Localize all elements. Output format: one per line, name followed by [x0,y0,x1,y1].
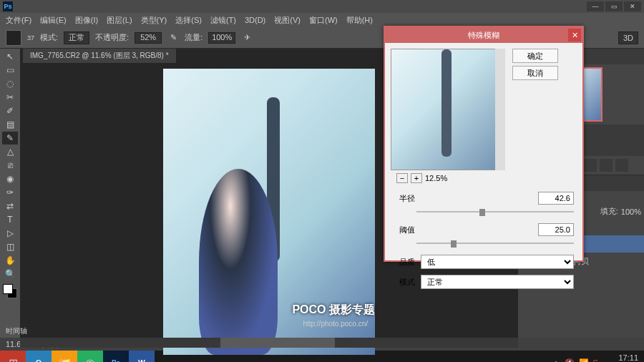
mode-label: 模式: [40,32,58,43]
eyedropper-tool[interactable]: ✐ [2,104,18,117]
pen-tool[interactable]: ✑ [2,186,18,199]
system-tray: ▲ 🔇 📶 S 17:11 2015-1-15 [552,353,644,362]
type-tool[interactable]: T [2,213,18,226]
opacity-label: 不透明度: [95,32,129,43]
flow-label: 流量: [185,32,203,43]
menu-edit[interactable]: 编辑(E) [37,14,69,27]
move-tool[interactable]: ↖ [2,50,18,63]
menu-3d[interactable]: 3D(D) [242,14,268,26]
taskbar-explorer[interactable]: 📁 [52,351,77,362]
dialog-mode-select[interactable]: 正常 [421,275,574,289]
ok-button[interactable]: 确定 [512,49,558,63]
radius-label: 半径 [394,193,415,204]
airbrush-icon[interactable]: ✈ [241,32,253,44]
crop-tool[interactable]: ✂ [2,91,18,104]
opacity-field[interactable]: 52% [135,32,162,44]
brush-tool[interactable]: ✎ [2,132,18,145]
titlebar: Ps — ▭ ✕ [0,0,644,13]
menu-filter[interactable]: 滤镜(T) [208,14,239,27]
tray-icon[interactable]: 🔇 [565,358,575,363]
menubar: 文件(F) 编辑(E) 图像(I) 图层(L) 类型(Y) 选择(S) 滤镜(T… [0,13,644,27]
adj-icon[interactable] [615,159,628,172]
hand-tool[interactable]: ✋ [2,254,18,267]
minimize-button[interactable]: — [587,1,604,11]
mode-select[interactable]: 正常 [64,31,89,44]
taskbar-ie[interactable]: e [26,351,52,362]
watermark: POCO 摄影专题 [292,303,375,318]
threshold-slider[interactable] [416,239,574,248]
dodge-tool[interactable]: ⇄ [2,200,18,212]
tray-icon[interactable]: 📶 [579,358,589,363]
menu-file[interactable]: 文件(F) [3,14,34,27]
taskbar-photoshop[interactable]: Ps [103,351,129,362]
patch-tool[interactable]: ▤ [2,118,18,131]
menu-select[interactable]: 选择(S) [172,14,205,27]
watermark-url: http://photo.poco.cn/ [303,320,368,328]
menu-type[interactable]: 类型(Y) [138,14,170,27]
threshold-input[interactable] [538,223,574,236]
dialog-close-button[interactable]: ✕ [568,29,581,41]
quality-select[interactable]: 低 [421,255,574,269]
tray-icon[interactable]: S [593,358,598,362]
horizontal-scrollbar[interactable] [20,338,518,348]
path-tool[interactable]: ▷ [2,227,18,240]
timeline-tab[interactable]: 时间轴 [6,326,27,336]
taskbar-browser[interactable]: ◉ [77,351,103,362]
adj-icon[interactable] [584,159,597,172]
lasso-tool[interactable]: ◌ [2,77,18,90]
dialog-zoom[interactable]: 12.5% [425,174,447,182]
menu-help[interactable]: 帮助(H) [343,14,376,27]
color-swatches[interactable] [3,284,17,298]
clock[interactable]: 17:11 2015-1-15 [602,353,638,362]
flow-field[interactable]: 100% [208,32,235,44]
toolbox: ↖ ▭ ◌ ✂ ✐ ▤ ✎ △ ⎚ ◉ ✑ ⇄ T ▷ ◫ ✋ 🔍 [0,49,20,338]
zoom-out-button[interactable]: − [396,173,408,183]
marquee-tool[interactable]: ▭ [2,64,18,77]
maximize-button[interactable]: ▭ [605,1,623,11]
menu-view[interactable]: 视图(V) [271,14,303,27]
cancel-button[interactable]: 取消 [512,66,558,80]
menu-window[interactable]: 窗口(W) [306,14,341,27]
zoom-tool[interactable]: 🔍 [2,268,18,280]
foreground-color[interactable] [3,284,13,294]
adj-icon[interactable] [600,159,613,172]
app-logo: Ps [3,1,13,11]
workspace-3d[interactable]: 3D [618,31,638,44]
eraser-tool[interactable]: ⎚ [2,159,18,172]
dialog-title: 特殊模糊 ✕ [385,27,582,43]
smart-blur-dialog: 特殊模糊 ✕ − + 12.5% 确定 取消 半径 阈值 品质 [384,26,584,262]
zoom-in-button[interactable]: + [411,173,422,183]
brush-size: 37 [27,34,34,41]
start-button[interactable]: ⊞ [0,351,26,362]
shape-tool[interactable]: ◫ [2,240,18,253]
radius-input[interactable] [538,192,574,205]
pressure-opacity-icon[interactable]: ✎ [167,32,179,44]
quality-label: 品质 [394,257,415,268]
tray-icon[interactable]: ▲ [552,358,560,362]
dialog-mode-label: 模式 [394,277,415,288]
threshold-label: 阈值 [394,225,415,235]
dialog-preview[interactable] [391,49,505,170]
menu-image[interactable]: 图像(I) [72,14,101,27]
preview-scrollbar[interactable] [495,49,505,170]
radius-slider[interactable] [416,207,574,216]
menu-layer[interactable]: 图层(L) [104,14,135,27]
gradient-tool[interactable]: ◉ [2,172,18,185]
scrollbar-thumb[interactable] [220,338,335,348]
stamp-tool[interactable]: △ [2,145,18,158]
document-tab[interactable]: IMG_7765.CR2 @ 11.6% (图层 3, RGB/8) * [23,49,176,63]
brush-preset[interactable] [6,30,21,46]
taskbar-word[interactable]: W [129,351,155,362]
close-button[interactable]: ✕ [624,1,641,11]
